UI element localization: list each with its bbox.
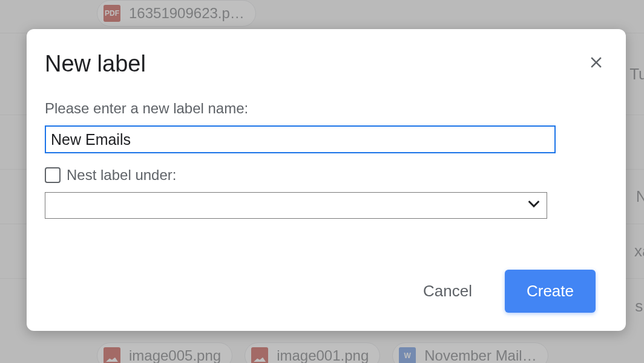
create-button[interactable]: Create xyxy=(505,270,596,313)
close-icon xyxy=(587,53,605,72)
parent-label-dropdown[interactable] xyxy=(45,192,547,219)
dialog-title: New label xyxy=(45,51,146,77)
cancel-button[interactable]: Cancel xyxy=(409,272,487,310)
new-label-dialog: New label Please enter a new label name:… xyxy=(27,29,626,331)
nest-label-checkbox[interactable] xyxy=(45,167,61,183)
label-name-input[interactable] xyxy=(45,125,556,153)
label-name-prompt: Please enter a new label name: xyxy=(45,100,608,117)
close-button[interactable] xyxy=(585,51,608,76)
nest-label-text: Nest label under: xyxy=(67,167,176,184)
